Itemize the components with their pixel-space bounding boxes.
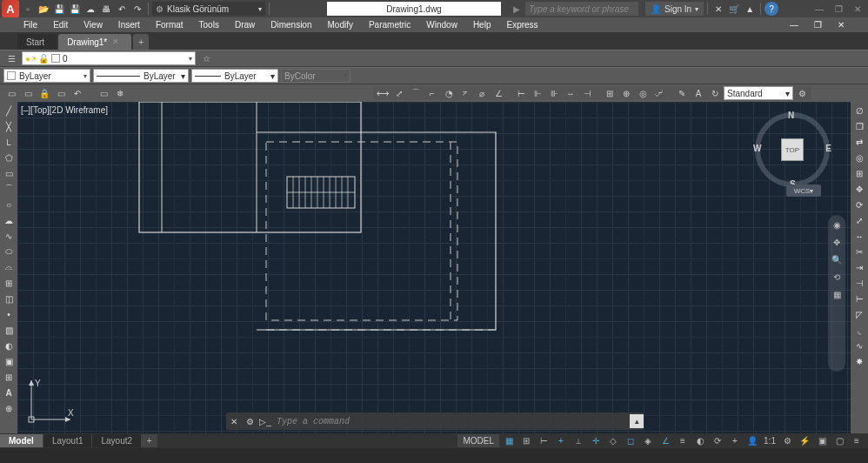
doc-minimize-icon[interactable]: — [782, 20, 806, 30]
menu-help[interactable]: Help [465, 20, 499, 30]
mod-erase-icon[interactable]: ∅ [852, 104, 866, 117]
window-restore-icon[interactable]: ❐ [830, 2, 847, 16]
tab-start[interactable]: Start [17, 34, 57, 50]
cmd-history-icon[interactable]: ▴ [630, 414, 644, 428]
tab-new-button[interactable]: + [133, 34, 149, 50]
sign-in-button[interactable]: 👤 Sign In ▾ [645, 2, 704, 16]
menu-edit[interactable]: Edit [45, 20, 76, 30]
status-selcycle-icon[interactable]: ⟳ [710, 434, 725, 447]
mod-rotate-icon[interactable]: ⟳ [852, 198, 866, 211]
dim-update-icon[interactable]: ↻ [707, 86, 723, 100]
dim-jogged-icon[interactable]: ⦢ [457, 86, 473, 100]
status-lwt-icon[interactable]: ≡ [675, 434, 691, 447]
tool-layerfreeze[interactable]: ❄ [112, 86, 128, 100]
mod-extend-icon[interactable]: ⇥ [852, 260, 866, 274]
tab-drawing1[interactable]: Drawing1*✕ [58, 34, 131, 50]
exchange-icon[interactable]: ✕ [711, 2, 725, 16]
dim-angular-icon[interactable]: ∠ [491, 86, 506, 100]
nav-showmotion-icon[interactable]: ▦ [831, 288, 843, 300]
menu-file[interactable]: File [16, 20, 45, 30]
draw-insert-icon[interactable]: ⊞ [2, 276, 16, 290]
dim-quick-icon[interactable]: ⊢ [513, 86, 529, 100]
doc-restore-icon[interactable]: ❐ [806, 20, 830, 30]
mod-fillet-icon[interactable]: ◟ [852, 323, 866, 337]
nav-zoom-icon[interactable]: 🔍 [831, 253, 843, 265]
linetype-dropdown[interactable]: ByLayer ▾ [93, 69, 189, 83]
dim-aligned-icon[interactable]: ⤢ [391, 86, 407, 100]
dim-edit-icon[interactable]: ✎ [674, 86, 690, 100]
dim-continue-icon[interactable]: ⊪ [546, 86, 562, 100]
status-hwacc-icon[interactable]: ⚡ [797, 434, 812, 447]
dim-style-dropdown[interactable]: Standard ▾ [724, 86, 793, 100]
qa-cloud-icon[interactable]: ☁ [83, 2, 97, 16]
status-iso-icon[interactable]: ◇ [605, 434, 621, 447]
layout-tab-layout2[interactable]: Layout2 [92, 434, 142, 447]
menu-tools[interactable]: Tools [191, 20, 227, 30]
nav-pan-icon[interactable]: ✥ [831, 236, 843, 248]
draw-mtext-icon[interactable]: A [2, 386, 16, 399]
tool-layerlock[interactable]: 🔒 [37, 86, 52, 100]
draw-gradient-icon[interactable]: ◐ [2, 339, 16, 352]
dim-arc-icon[interactable]: ⌒ [408, 86, 424, 100]
nav-wheel-icon[interactable]: ◉ [831, 218, 843, 231]
status-ortho-icon[interactable]: ⟂ [571, 434, 586, 447]
status-otrack-icon[interactable]: ∠ [658, 434, 673, 447]
tool-layerprev[interactable]: ↶ [70, 86, 85, 100]
layer-properties-button[interactable]: ☰ [3, 51, 19, 65]
layout-tab-add[interactable]: + [142, 434, 157, 447]
mod-copy-icon[interactable]: ❐ [852, 119, 866, 133]
draw-ellipsearc-icon[interactable]: ⌓ [2, 260, 16, 274]
status-transparency-icon[interactable]: ◐ [692, 434, 708, 447]
draw-block-icon[interactable]: ◫ [2, 292, 16, 305]
qa-save-icon[interactable]: 💾 [52, 2, 66, 16]
tool-layeroff[interactable]: ▭ [20, 86, 36, 100]
status-3dosnap-icon[interactable]: ◈ [640, 434, 656, 447]
draw-ellipse-icon[interactable]: ⬭ [2, 245, 16, 258]
plotstyle-dropdown[interactable]: ByColor ▾ [281, 69, 351, 83]
tool-layeriso[interactable]: ▭ [3, 86, 19, 100]
qa-saveas-icon[interactable]: 💾 [68, 2, 82, 16]
dim-radius-icon[interactable]: ◔ [441, 86, 457, 100]
command-line[interactable]: ✕ ⚙ ▷_ Type a command ▴ [226, 413, 644, 430]
status-annoscale-icon[interactable]: 👤 [744, 434, 760, 447]
dim-baseline-icon[interactable]: ⊩ [530, 86, 545, 100]
cmd-close-icon[interactable]: ✕ [226, 413, 242, 429]
keyword-search[interactable]: Type a keyword or phrase [525, 2, 638, 16]
a360-icon[interactable]: ▲ [743, 2, 757, 16]
search-go-icon[interactable]: ▶ [510, 2, 524, 16]
nav-orbit-icon[interactable]: ⟲ [831, 271, 843, 283]
layout-tab-layout1[interactable]: Layout1 [43, 434, 93, 447]
dim-ordinate-icon[interactable]: ⌐ [424, 86, 440, 100]
tool-layermatch[interactable]: ▭ [53, 86, 69, 100]
color-dropdown[interactable]: ByLayer ▾ [3, 69, 90, 83]
draw-revcloud-icon[interactable]: ☁ [2, 213, 16, 227]
dim-linear-icon[interactable]: ⟷ [375, 86, 391, 100]
menu-window[interactable]: Window [418, 20, 465, 30]
menu-draw[interactable]: Draw [227, 20, 263, 30]
status-polar-icon[interactable]: ✛ [588, 434, 604, 447]
tool-layerstate[interactable]: ▭ [96, 86, 111, 100]
draw-point-icon[interactable]: • [2, 307, 16, 321]
status-infer-icon[interactable]: ⊢ [536, 434, 551, 447]
status-annomonitor-icon[interactable]: + [727, 434, 743, 447]
draw-rect-icon[interactable]: ▭ [2, 166, 16, 180]
dim-space-icon[interactable]: ↔ [563, 86, 578, 100]
status-model-toggle[interactable]: MODEL [457, 434, 499, 447]
status-dynamic-input-icon[interactable]: + [553, 434, 569, 447]
status-grid-icon[interactable]: ▦ [501, 434, 517, 447]
dim-inspect-icon[interactable]: ◎ [635, 86, 651, 100]
draw-addsel-icon[interactable]: ⊕ [2, 401, 16, 415]
mod-explode-icon[interactable]: ✸ [852, 354, 866, 368]
wcs-dropdown[interactable]: WCS ▾ [786, 185, 821, 197]
menu-insert[interactable]: Insert [110, 20, 148, 30]
dim-break-icon[interactable]: ⊣ [579, 86, 595, 100]
qa-undo-icon[interactable]: ↶ [115, 2, 129, 16]
draw-line-icon[interactable]: ╱ [2, 104, 16, 117]
menu-format[interactable]: Format [148, 20, 191, 30]
layer-tool-1[interactable]: ☆ [198, 51, 214, 65]
status-cleanscreen-icon[interactable]: ▢ [831, 434, 847, 447]
cart-icon[interactable]: 🛒 [727, 2, 741, 16]
mod-offset-icon[interactable]: ◎ [852, 151, 866, 164]
mod-join-icon[interactable]: ⊢ [852, 292, 866, 305]
draw-circle-icon[interactable]: ○ [2, 198, 16, 211]
